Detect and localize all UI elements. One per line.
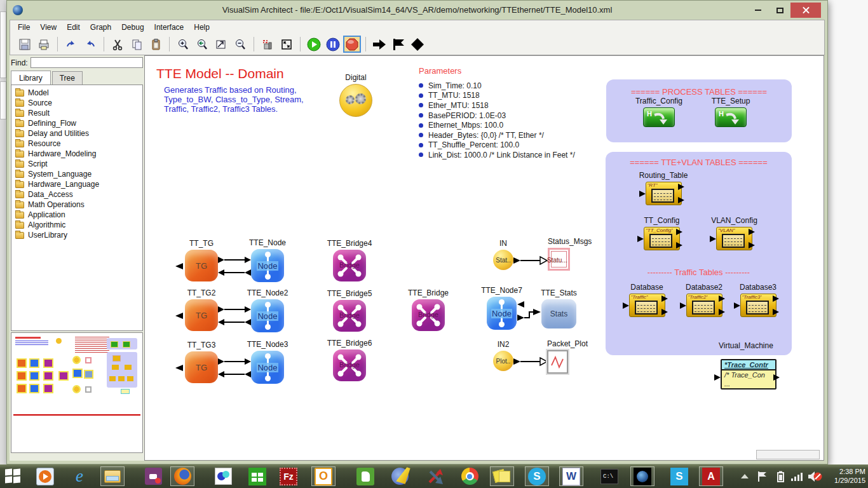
- tree-item-model[interactable]: Model: [13, 88, 141, 98]
- block-tte-bridge6[interactable]: TTE_Bridge6 Bridge: [333, 339, 366, 381]
- filezilla-icon[interactable]: Fz: [276, 466, 301, 486]
- navigator-thumbnail[interactable]: [11, 332, 143, 453]
- wire-in2-plot[interactable]: [513, 358, 547, 365]
- block-tt-tg[interactable]: TT_TG TG: [185, 239, 218, 281]
- tree-item-userlibrary[interactable]: UserLibrary: [13, 230, 141, 240]
- tree-item-hardware-modeling[interactable]: Hardware_Modeling: [13, 149, 141, 159]
- globe-browser-icon[interactable]: [388, 466, 412, 486]
- input-port-block-icon[interactable]: Stat..: [493, 250, 513, 270]
- tree-item-script[interactable]: Script: [13, 159, 141, 169]
- tray-network-icon[interactable]: [790, 464, 804, 488]
- block-tt-tg2[interactable]: TT_TG2 TG: [185, 288, 218, 331]
- undo-button[interactable]: [81, 36, 99, 53]
- block-tte-bridge4[interactable]: TTE_Bridge4 Bridge: [333, 239, 366, 281]
- media-player-icon[interactable]: [33, 466, 57, 486]
- pause-at-button[interactable]: [390, 36, 407, 53]
- tree-item-math-operations[interactable]: Math Operations: [13, 200, 141, 210]
- block-status-msgs[interactable]: Status_Msgs Statu...: [548, 237, 605, 271]
- node-icon[interactable]: Node: [487, 297, 517, 330]
- outlook-icon[interactable]: O: [311, 466, 336, 486]
- tree-item-defining-flow[interactable]: Defining_Flow: [13, 118, 141, 128]
- bridge-icon[interactable]: Bridge: [412, 299, 445, 331]
- input-port-block-icon[interactable]: Plot..: [493, 351, 513, 371]
- close-button[interactable]: [790, 3, 821, 18]
- tray-clock[interactable]: 2:38 PM 1/29/2015: [834, 467, 865, 485]
- tree-item-algorithmic[interactable]: Algorithmic: [13, 220, 141, 230]
- block-tte-node3[interactable]: TTE_Node3 Node: [251, 340, 284, 384]
- save-button[interactable]: [16, 36, 34, 53]
- start-button[interactable]: [5, 469, 22, 484]
- tray-show-hidden-icons[interactable]: [741, 464, 749, 488]
- bridge-icon[interactable]: Bridge: [333, 349, 366, 381]
- chrome-icon[interactable]: [458, 466, 482, 486]
- block-tt-tg3[interactable]: TT_TG3 TG: [185, 341, 218, 383]
- traffic-generator-icon[interactable]: TG: [185, 250, 218, 281]
- tree-item-system-language[interactable]: System_Language: [13, 169, 141, 179]
- node-icon[interactable]: Node: [251, 249, 284, 282]
- menu-debug[interactable]: Debug: [116, 21, 149, 34]
- traffic-generator-icon[interactable]: TG: [185, 351, 218, 383]
- tree-item-hardware-language[interactable]: Hardware_Language: [13, 179, 141, 189]
- status-display-icon[interactable]: Statu...: [548, 248, 570, 271]
- cut-button[interactable]: [109, 36, 126, 53]
- plot-block-icon[interactable]: [547, 350, 568, 374]
- tray-volume-muted-icon[interactable]: [807, 464, 824, 488]
- menu-file[interactable]: File: [13, 21, 35, 34]
- tree-item-resource[interactable]: Resource: [13, 139, 141, 149]
- command-prompt-icon[interactable]: C:\: [597, 466, 621, 486]
- screen-recorder-icon[interactable]: [141, 466, 165, 486]
- zoom-original-button[interactable]: [193, 36, 211, 53]
- skype-metro-icon[interactable]: S: [667, 466, 691, 486]
- word-icon[interactable]: W: [559, 466, 583, 486]
- menu-edit[interactable]: Edit: [62, 21, 85, 34]
- firefox-icon[interactable]: [170, 466, 194, 486]
- block-packet-plot[interactable]: Packet_Plot: [547, 339, 601, 374]
- zoom-fit-button[interactable]: [212, 36, 230, 53]
- download-manager-icon[interactable]: [423, 466, 447, 486]
- tab-library[interactable]: Library: [11, 71, 51, 85]
- print-button[interactable]: [35, 36, 53, 53]
- skype-icon[interactable]: S: [525, 466, 549, 486]
- windows-store-icon[interactable]: [245, 466, 269, 486]
- evernote-icon[interactable]: [353, 466, 377, 486]
- model-canvas[interactable]: TTE Model -- Domain Generates Traffic ba…: [144, 55, 824, 461]
- canvas-horizontal-scrollbar[interactable]: [756, 450, 820, 459]
- sticky-notes-icon[interactable]: [490, 466, 514, 486]
- tree-item-application[interactable]: Application: [13, 210, 141, 220]
- menu-interface[interactable]: Interface: [149, 21, 189, 34]
- stop-at-button[interactable]: [409, 36, 426, 53]
- tab-tree[interactable]: Tree: [52, 71, 83, 85]
- listen-to-model-button[interactable]: [259, 36, 276, 53]
- block-tte-stats[interactable]: TTE_Stats Stats: [541, 288, 576, 329]
- adobe-reader-icon[interactable]: A: [699, 466, 723, 486]
- internet-explorer-icon[interactable]: e: [67, 466, 92, 486]
- traffic-generator-icon[interactable]: TG: [185, 299, 218, 331]
- wire-in-status[interactable]: [513, 257, 547, 264]
- earth-viewer-icon[interactable]: [630, 466, 654, 486]
- pause-model-button[interactable]: [324, 36, 342, 53]
- find-input[interactable]: [31, 57, 143, 68]
- stats-block-icon[interactable]: Stats: [541, 299, 576, 329]
- tree-item-result[interactable]: Result: [13, 108, 141, 118]
- run-model-button[interactable]: [305, 36, 323, 53]
- tray-action-center-icon[interactable]: [756, 464, 769, 488]
- zoom-out-button[interactable]: [231, 36, 249, 53]
- tray-battery-icon[interactable]: [775, 464, 785, 488]
- tree-item-source[interactable]: Source: [13, 98, 141, 108]
- block-tte-node[interactable]: TTE_Node Node: [251, 238, 284, 282]
- node-icon[interactable]: Node: [251, 351, 284, 384]
- node-icon[interactable]: Node: [251, 299, 284, 332]
- block-tte-node2[interactable]: TTE_Node2 Node: [251, 288, 284, 332]
- tree-item-delay-and-utilities[interactable]: Delay and Utilities: [13, 128, 141, 139]
- menu-view[interactable]: View: [35, 21, 62, 34]
- wire-node7-stats[interactable]: [517, 301, 541, 321]
- block-in2[interactable]: IN2 Plot..: [493, 340, 513, 371]
- minimize-button[interactable]: [747, 3, 769, 17]
- zoom-in-button[interactable]: [174, 36, 192, 53]
- fullscreen-button[interactable]: [278, 36, 295, 53]
- bridge-icon[interactable]: Bridge: [333, 250, 366, 281]
- paste-button[interactable]: [147, 36, 165, 53]
- stop-model-button[interactable]: [343, 36, 361, 53]
- redo-button[interactable]: [62, 36, 80, 53]
- copy-button[interactable]: [128, 36, 146, 53]
